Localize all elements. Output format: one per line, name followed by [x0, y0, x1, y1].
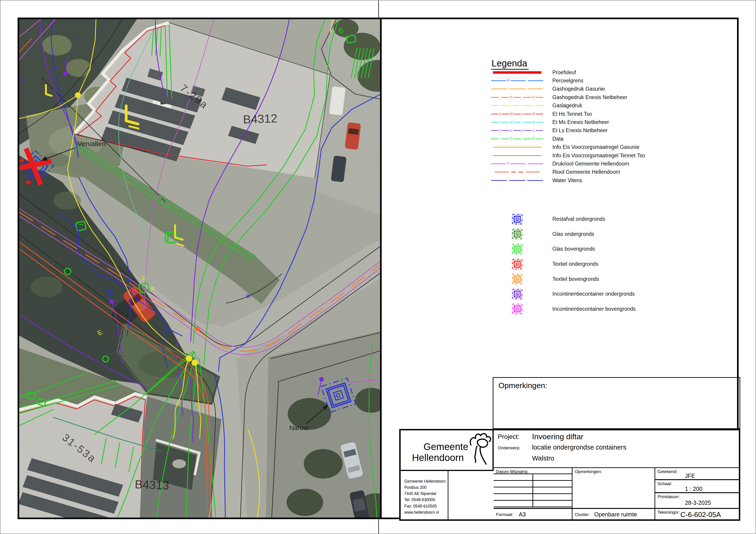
- cluster-value: Openbare ruimte: [594, 511, 637, 518]
- legend-swatch-bar: [491, 70, 543, 75]
- container-symbol-icon: [511, 303, 523, 315]
- legend-line-segment: [509, 180, 525, 181]
- legend-line-letter: ': [507, 88, 509, 90]
- legend-container-swatch: [491, 288, 543, 300]
- legend-line-letter: L: [532, 129, 536, 132]
- legend-line-segment: [513, 139, 521, 139]
- org-name-line2: Hellendoorn: [402, 452, 473, 463]
- legend-container-swatch: [491, 303, 543, 315]
- legend-line-label: Et Ms Enexis Netbeheer: [553, 119, 609, 125]
- datum-table-cell: [494, 501, 533, 507]
- legend-line-segment: [493, 155, 541, 156]
- legend-line-letter: H: [509, 95, 514, 99]
- tekeningnr-label: Tekeningnr:: [658, 510, 680, 515]
- datum-wijziging-label: Datum Wijziging:: [494, 468, 572, 474]
- legend-container-item: Restafval ondergronds: [491, 212, 720, 227]
- legend-line-item: 9L9LEt Ls Enexis Netbeheer: [491, 126, 720, 135]
- legend-container-swatch: [491, 228, 543, 240]
- legend-container-label: Textiel bovengronds: [553, 276, 599, 282]
- legend-swatch-letter: '': [491, 87, 543, 91]
- legend-line-item: ''Water Vitens: [491, 176, 720, 185]
- legend-line-segment: [491, 164, 506, 164]
- legend-line-item: 9M9MEt Ms Enexis Netbeheer: [491, 118, 720, 126]
- cluster-label: Cluster:: [575, 512, 590, 517]
- datum-table-cell: [494, 494, 533, 501]
- onderwerp-value: locatie ondergrondse containers: [532, 444, 626, 451]
- legend-line-segment: [493, 147, 541, 147]
- legend-line-segment: [523, 97, 531, 98]
- legend-line-letter: ': [499, 96, 501, 99]
- legend-line-letter: P: [506, 162, 511, 165]
- org-address-line: Fax: 0548-610505: [404, 503, 446, 509]
- schaal-label: Schaal:: [658, 481, 672, 486]
- legend-container-label: Glas bovengronds: [553, 246, 595, 252]
- legend-swatch-letter: P': [491, 78, 543, 83]
- legend-line-item: P'Perceelgrens: [491, 76, 720, 85]
- tekeningnr-value: C-6-602-05A: [680, 511, 721, 519]
- legend-line-letter: L: [509, 104, 513, 108]
- legend-line-segment: [511, 80, 526, 81]
- legend-line-segment: [514, 122, 521, 123]
- legend-line-label: Et Ls Enexis Netbeheer: [553, 127, 608, 134]
- onderwerp-value2: Walstro: [532, 455, 554, 462]
- hellendoorn-logo-icon: [467, 432, 492, 470]
- legend-line-letter: ': [521, 96, 523, 99]
- formaat-cell: Formaat: A3: [494, 508, 573, 520]
- legend-line-label: Info Eis Voorzorgsmaatregel Tennet Tso: [553, 153, 645, 159]
- legend-line-segment: [501, 105, 509, 106]
- legend-line-segment: [524, 114, 531, 114]
- legend-container-label: Incontinentiecontainer ondergronds: [553, 291, 635, 297]
- legend-line-segment: [491, 139, 499, 139]
- legend-line-item: Info Eis Voorzorgsmaatregel Gasunie: [491, 143, 720, 151]
- legend-line-segment: [514, 114, 521, 114]
- legend-line-label: Drukriool Gemeente Hellendoorn: [553, 161, 629, 167]
- legend-line-letter: H: [531, 95, 536, 99]
- container-symbol-icon: [511, 228, 523, 240]
- legend-line-letter: D: [509, 137, 514, 140]
- legend-line-letter: ': [525, 179, 527, 182]
- schaal-cell: Schaal: 1 : 200: [655, 480, 739, 493]
- legend-line-segment: [527, 89, 543, 89]
- org-address-line: Gemeente Hellendoorn: [404, 478, 446, 484]
- legend-line-segment: [491, 130, 499, 131]
- legend-line-letter: L: [510, 129, 514, 132]
- legend-container-label: Textiel ondergronds: [553, 261, 598, 267]
- legend-line-item: Info Eis Voorzorgsmaatregel Tennet Tso: [491, 151, 720, 160]
- legend-line-letter: 9: [521, 129, 524, 132]
- legend-container-item: Textiel bovengronds: [491, 271, 720, 287]
- legend-line-segment: [519, 172, 523, 173]
- legend-line-segment: [514, 130, 521, 131]
- legend-title: Legenda: [491, 58, 528, 70]
- formaat-label: Formaat:: [496, 512, 513, 517]
- empty-cell: [448, 471, 494, 520]
- legend-line-segment: [535, 97, 543, 98]
- datum-table-row: [494, 494, 572, 501]
- datum-table-row: [494, 501, 572, 507]
- getekend-cell: Getekend: JFE: [655, 468, 739, 480]
- org-address: Gemeente HellendoornPostbus 2007440 AE N…: [404, 478, 446, 516]
- legend-line-letter: H: [509, 112, 514, 116]
- legend-line-segment: [536, 130, 543, 131]
- org-address-cell: Gemeente HellendoornPostbus 2007440 AE N…: [401, 471, 448, 520]
- datum-table-cell: [533, 494, 572, 501]
- printdatum-value: 28-3-2025: [685, 499, 711, 506]
- legend-line-letter: ': [507, 179, 509, 182]
- container-symbol-icon: [511, 214, 523, 225]
- schaal-value: 1 : 200: [685, 486, 702, 492]
- legend-container-swatch: [491, 243, 543, 255]
- legend-line-letter: ': [521, 138, 523, 140]
- legend-line-letter: ': [525, 88, 527, 90]
- datum-table-cell: [494, 481, 533, 487]
- project-value: Invoering diftar: [532, 432, 583, 441]
- aerial-map-svg: Vervallen Nieuw B4312 B4313 7-29a 31-53a…: [19, 19, 380, 518]
- org-name: Gemeente Hellendoorn: [405, 441, 473, 464]
- printdatum-label: Printdatum:: [658, 494, 680, 499]
- legend-swatch-letter: 9H9H: [491, 112, 543, 116]
- legend-line-letter: 9: [498, 121, 501, 124]
- legend-line-label: Riool Gemeente Hellendoorn: [553, 169, 620, 175]
- legend-line-letter: L: [531, 104, 535, 108]
- legend-swatch-letter: 9M9M: [491, 120, 543, 125]
- legend-line-label: Gaslagedruk: [553, 103, 582, 109]
- sheet-centerline-top: [378, 0, 379, 17]
- legend-line-segment: [523, 139, 531, 139]
